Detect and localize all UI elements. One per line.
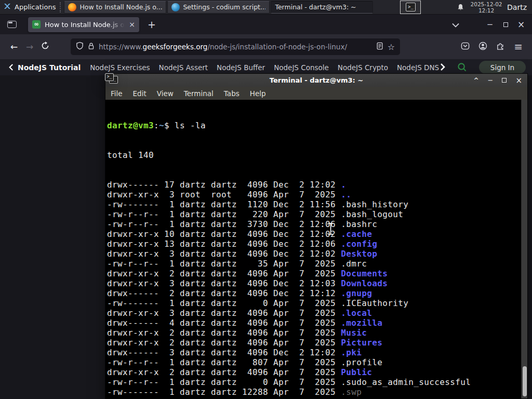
listing-meta: drwxr-xr-x 3 dartz dartz 4096 Dec 2 12:0… <box>107 249 341 259</box>
tab-close-icon[interactable]: × <box>129 21 135 28</box>
site-nav-items: NodeJS ExercisesNodeJS AssertNodeJS Buff… <box>90 63 439 72</box>
panel-window-button-terminal[interactable]: >_Terminal - dartz@vm3: ~ <box>271 1 373 14</box>
account-icon[interactable] <box>478 42 487 52</box>
codium-icon <box>171 3 180 11</box>
geeksforgeeks-favicon-icon: ∞ <box>32 20 41 29</box>
reader-view-icon[interactable] <box>376 42 383 52</box>
browser-close-button[interactable]: × <box>513 19 529 30</box>
panel-window-button-codium[interactable]: Settings - codium script... <box>167 1 270 14</box>
lock-icon[interactable] <box>88 42 95 52</box>
listing-name: .ICEauthority <box>341 298 408 308</box>
terminal-menu-edit[interactable]: Edit <box>128 89 152 98</box>
terminal-menu-view[interactable]: View <box>152 89 179 98</box>
tray-terminal-launcher[interactable]: >_ <box>400 1 421 14</box>
terminal-window: >_ Terminal - dartz@vm3: ~ ^ − × FileEdi… <box>105 73 528 399</box>
url-text: https://www.geeksforgeeks.org/node-js/in… <box>99 43 372 51</box>
listing-name: .bash_history <box>341 200 408 209</box>
listing-name: .pki <box>341 348 362 357</box>
applications-label: Applications <box>15 3 56 11</box>
list-all-tabs-icon[interactable] <box>452 20 459 30</box>
active-tab[interactable]: ∞ How to Install Node.js on × <box>28 17 139 32</box>
terminal-icon: >_ <box>406 3 416 11</box>
sign-in-button[interactable]: Sign In <box>479 61 526 74</box>
forward-icon[interactable]: → <box>22 42 37 52</box>
user-menu[interactable]: Dartz <box>507 3 527 11</box>
terminal-minimize-button[interactable]: − <box>488 76 494 84</box>
listing-meta: drwxr-xr-x 13 dartz dartz 4096 Dec 2 12:… <box>107 239 341 249</box>
terminal-close-button[interactable]: × <box>515 76 522 85</box>
terminal-menu-file[interactable]: File <box>105 89 128 98</box>
site-nav-back-label: NodeJS Tutorial <box>18 63 81 72</box>
extensions-puzzle-icon[interactable] <box>496 42 505 52</box>
site-nav-item[interactable]: NodeJS Assert <box>159 63 208 72</box>
terminal-menu-help[interactable]: Help <box>245 89 271 98</box>
terminal-output-line: -rw------- 1 dartz dartz 12288 Apr 7 202… <box>107 387 519 397</box>
terminal-maximize-button[interactable] <box>502 78 507 83</box>
panel-window-button-firefox[interactable]: How to Install Node.js o... <box>64 1 166 14</box>
listing-name: .cache <box>341 229 372 239</box>
panel-window-title: Terminal - dartz@vm3: ~ <box>275 3 356 11</box>
listing-meta: -rw-r--r-- 1 dartz dartz 35 Apr 7 2025 <box>107 259 341 269</box>
reload-icon[interactable] <box>37 42 53 52</box>
tab-title: How to Install Node.js on <box>45 21 125 29</box>
top-panel: Applications How to Install Node.js o...… <box>0 0 532 15</box>
listing-name: . <box>341 180 346 190</box>
notification-bell-icon[interactable] <box>457 3 464 11</box>
terminal-content[interactable]: dartz@vm3:~$ ls -la total 140 drwx------… <box>105 100 527 398</box>
url-scheme: https://www. <box>99 43 143 51</box>
terminal-scrollbar-thumb[interactable] <box>523 366 527 396</box>
site-nav-item[interactable]: NodeJS Console <box>274 63 329 72</box>
clock-time: 12:12 <box>470 7 503 14</box>
shield-icon[interactable] <box>76 42 84 52</box>
url-bar[interactable]: https://www.geeksforgeeks.org/node-js/in… <box>71 38 400 55</box>
site-nav-item[interactable]: NodeJS Crypto <box>338 63 388 72</box>
listing-meta: drwxr-xr-x 3 dartz dartz 4096 Dec 2 12:0… <box>107 278 341 288</box>
clock[interactable]: 2025-12-02 12:12 <box>470 1 503 14</box>
site-nav-back[interactable]: NodeJS Tutorial <box>8 63 81 72</box>
listing-meta: drwxr-xr-x 10 dartz dartz 4096 Dec 2 12:… <box>107 229 341 239</box>
terminal-output-line: -rw-r--r-- 1 dartz dartz 220 Apr 7 2025 … <box>107 209 519 219</box>
terminal-output-line: -rw------- 1 dartz dartz 0 Apr 7 2025 .I… <box>107 298 519 308</box>
search-icon[interactable] <box>457 62 467 74</box>
pocket-icon[interactable] <box>461 42 470 52</box>
terminal-menu-terminal[interactable]: Terminal <box>179 89 219 98</box>
terminal-menu-tabs[interactable]: Tabs <box>219 89 245 98</box>
prompt-user-host: dartz@vm3 <box>107 121 154 130</box>
listing-meta: drwx------ 2 dartz dartz 4096 Dec 2 12:1… <box>107 288 341 298</box>
applications-menu-button[interactable]: Applications <box>0 0 60 15</box>
url-domain: geeksforgeeks.org <box>143 43 208 51</box>
terminal-output-line: drwxr-xr-x 3 dartz dartz 4096 Apr 7 2025… <box>107 308 519 318</box>
new-tab-button[interactable]: + <box>144 19 159 30</box>
chevron-right-icon[interactable] <box>440 63 446 73</box>
site-nav-item[interactable]: NodeJS Exercises <box>90 63 150 72</box>
menu-hamburger-icon[interactable]: ≡ <box>514 42 523 52</box>
desktop: Applications How to Install Node.js o...… <box>0 0 532 399</box>
listing-name: .. <box>341 190 351 200</box>
site-nav-item[interactable]: NodeJS Buffer <box>217 63 265 72</box>
listing-name: .sudo_as_admin_successful <box>341 377 471 387</box>
terminal-output-line: drwxr-xr-x 10 dartz dartz 4096 Dec 2 12:… <box>107 229 519 239</box>
browser-minimize-button[interactable]: − <box>482 20 498 29</box>
bookmark-star-icon[interactable]: ☆ <box>388 42 395 52</box>
terminal-shade-button[interactable]: ^ <box>473 77 478 84</box>
listing-name: Music <box>341 328 367 338</box>
firefox-view-icon[interactable] <box>4 18 20 31</box>
terminal-total-line: total 140 <box>107 150 519 160</box>
terminal-window-controls: ^ − × <box>473 74 522 87</box>
listing-meta: -rw------- 1 dartz dartz 0 Apr 7 2025 <box>107 298 341 308</box>
listing-name: Desktop <box>341 249 377 259</box>
browser-maximize-button[interactable] <box>498 22 513 27</box>
listing-name: .bash_logout <box>341 209 403 219</box>
listing-name: .local <box>341 308 372 318</box>
listing-meta: drwxr-xr-x 3 root root 4096 Apr 7 2025 <box>107 190 341 200</box>
back-icon[interactable]: ← <box>6 42 22 52</box>
listing-meta: drwxr-xr-x 2 dartz dartz 4096 Apr 7 2025 <box>107 338 341 348</box>
site-nav-item[interactable]: NodeJS DNS <box>397 63 439 72</box>
listing-name: Public <box>341 367 372 377</box>
terminal-scrollbar[interactable] <box>521 100 527 398</box>
listing-name: .gnupg <box>341 288 372 298</box>
listing-meta: drwx------ 17 dartz dartz 4096 Dec 2 12:… <box>107 180 341 190</box>
terminal-title-bar[interactable]: >_ Terminal - dartz@vm3: ~ ^ − × <box>105 74 527 87</box>
clock-date: 2025-12-02 <box>470 1 503 7</box>
toolbar-right-icons: ≡ <box>461 42 526 52</box>
